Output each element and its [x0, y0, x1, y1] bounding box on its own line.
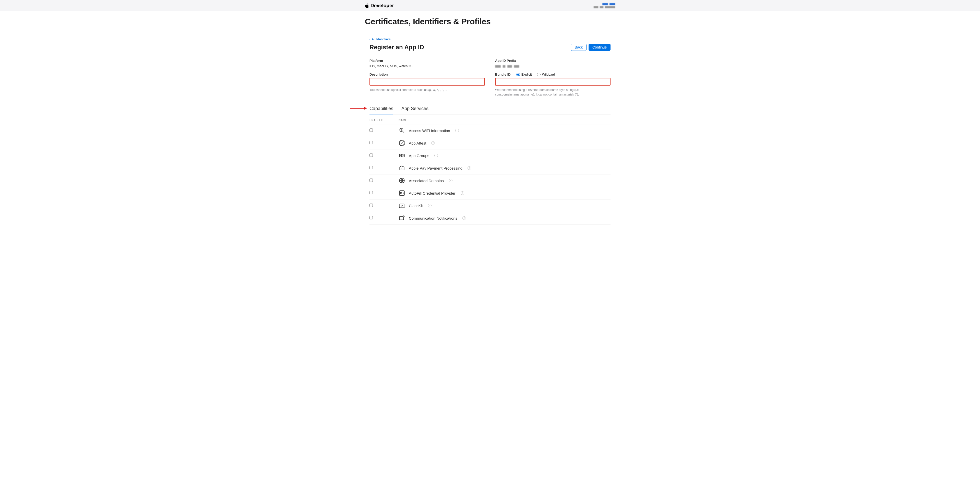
capability-row: Communication Notificationsi: [369, 212, 611, 225]
bundle-id-label: Bundle ID: [495, 73, 511, 77]
bundle-id-help: We recommend using a reverse-domain name…: [495, 88, 611, 97]
form-title: Register an App ID: [369, 44, 424, 51]
description-label: Description: [369, 73, 485, 77]
key-icon: [399, 190, 405, 196]
comm-notif-icon: [399, 215, 405, 222]
capability-row: App Attesti: [369, 137, 611, 150]
info-icon[interactable]: i: [434, 154, 438, 157]
app-id-prefix-label: App ID Prefix: [495, 59, 611, 62]
description-input[interactable]: [369, 78, 485, 86]
groups-icon: [399, 152, 405, 159]
badge-check-icon: [399, 140, 405, 146]
svg-point-2: [399, 128, 403, 132]
capability-row: App Groupsi: [369, 150, 611, 162]
platform-label: Platform: [369, 59, 485, 62]
column-enabled: ENABLED: [369, 118, 399, 121]
capability-checkbox[interactable]: [369, 128, 373, 132]
capability-checkbox[interactable]: [369, 216, 373, 219]
continue-button[interactable]: Continue: [589, 44, 611, 51]
tab-capabilities[interactable]: Capabilities: [369, 104, 393, 115]
globe-icon: [399, 177, 405, 184]
app-id-prefix-redacted: [495, 65, 611, 68]
description-help: You cannot use special characters such a…: [369, 88, 485, 92]
capability-name: AutoFill Credential Provider: [409, 191, 455, 195]
capability-name: App Groups: [409, 153, 429, 158]
capability-name: Access WiFi Information: [409, 128, 450, 133]
capability-name: App Attest: [409, 141, 426, 145]
info-icon[interactable]: i: [468, 166, 471, 170]
platform-value: iOS, macOS, tvOS, watchOS: [369, 64, 485, 68]
apple-logo-icon: [365, 3, 369, 8]
info-icon[interactable]: i: [461, 191, 464, 195]
capability-name: Apple Pay Payment Processing: [409, 166, 463, 171]
wifi-search-icon: [399, 127, 405, 134]
bundle-id-input[interactable]: [495, 78, 611, 86]
capability-row: Apple Pay Payment Processingi: [369, 162, 611, 174]
capability-checkbox[interactable]: [369, 141, 373, 144]
capability-row: Access WiFi Informationi: [369, 124, 611, 137]
info-icon[interactable]: i: [463, 216, 466, 220]
svg-point-6: [400, 155, 401, 156]
capability-row: ClassKiti: [369, 199, 611, 212]
back-button[interactable]: Back: [571, 44, 587, 51]
annotation-arrow-icon: [350, 106, 367, 111]
capability-checkbox[interactable]: [369, 191, 373, 195]
brand-text: Developer: [371, 3, 394, 8]
wildcard-radio[interactable]: Wildcard: [537, 73, 555, 77]
capability-name: ClassKit: [409, 204, 423, 208]
capability-checkbox[interactable]: [369, 153, 373, 157]
column-name: NAME: [399, 118, 611, 121]
info-icon[interactable]: i: [428, 204, 431, 207]
svg-line-3: [402, 131, 404, 132]
capability-checkbox[interactable]: [369, 166, 373, 169]
capability-name: Associated Domains: [409, 179, 444, 183]
svg-marker-1: [364, 107, 367, 110]
info-icon[interactable]: i: [455, 129, 459, 132]
tab-app-services[interactable]: App Services: [401, 104, 428, 115]
svg-point-9: [401, 168, 401, 169]
chevron-left-icon: ‹: [369, 37, 371, 41]
capability-checkbox[interactable]: [369, 179, 373, 182]
page-title: Certificates, Identifiers & Profiles: [365, 11, 615, 30]
wallet-icon: [399, 165, 405, 171]
explicit-radio[interactable]: Explicit: [516, 73, 532, 77]
capability-row: AutoFill Credential Provideri: [369, 187, 611, 199]
all-identifiers-link[interactable]: ‹ All Identifiers: [369, 37, 391, 41]
classkit-icon: [399, 202, 405, 209]
capability-row: Associated Domainsi: [369, 174, 611, 187]
svg-point-16: [403, 216, 404, 217]
svg-point-12: [400, 192, 402, 194]
svg-rect-8: [399, 167, 404, 170]
account-info-redacted: [594, 3, 615, 8]
svg-point-7: [403, 155, 403, 156]
capability-checkbox[interactable]: [369, 204, 373, 207]
capability-name: Communication Notifications: [409, 216, 457, 220]
info-icon[interactable]: i: [431, 141, 435, 145]
info-icon[interactable]: i: [449, 179, 452, 182]
developer-brand-link[interactable]: Developer: [365, 3, 394, 8]
